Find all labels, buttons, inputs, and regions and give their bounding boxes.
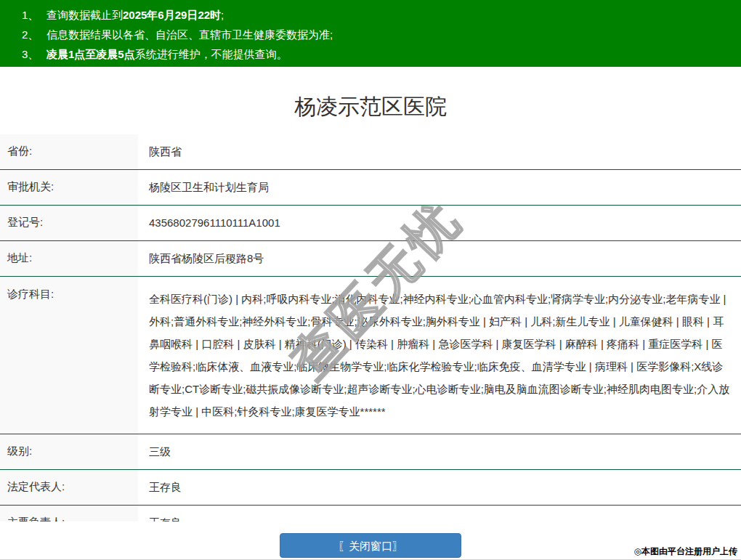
close-window-button[interactable]: 〖关闭窗口〗: [280, 533, 461, 558]
notice-number: 1、: [22, 5, 46, 25]
row-level: 级别: 三级: [0, 434, 741, 470]
row-province: 省份: 陕西省: [0, 134, 741, 170]
row-label: 主要负责人:: [0, 506, 138, 522]
notice-text: 查询数据截止到: [46, 9, 123, 21]
upload-caption: ◎本图由平台注册用户上传: [634, 545, 737, 558]
notice-item-1: 1、查询数据截止到2025年6月29日22时;: [0, 5, 741, 25]
row-value: 王存良: [138, 506, 741, 522]
footer: 〖关闭窗口〗: [0, 522, 741, 558]
row-label: 法定代表人:: [0, 470, 138, 505]
notice-text-bold: 凌晨1点至凌晨5点: [46, 48, 135, 60]
info-table: 省份: 陕西省 审批机关: 杨陵区卫生和计划生育局 登记号: 435680279…: [0, 134, 741, 522]
row-label: 审批机关:: [0, 170, 138, 205]
row-label: 地址:: [0, 241, 138, 276]
row-value: 陕西省: [138, 134, 741, 169]
row-legal-representative: 法定代表人: 王存良: [0, 470, 741, 506]
row-value: 杨陵区卫生和计划生育局: [138, 170, 741, 205]
row-principal: 主要负责人: 王存良: [0, 506, 741, 522]
row-registration-number: 登记号: 43568027961110111A1001: [0, 206, 741, 241]
row-value: 王存良: [138, 470, 741, 505]
row-value: 三级: [138, 434, 741, 469]
notice-text-bold: 2025年6月29日22时: [123, 9, 221, 21]
row-approval-authority: 审批机关: 杨陵区卫生和计划生育局: [0, 170, 741, 206]
notice-item-2: 2、信息数据结果以各省、自治区、直辖市卫生健康委数据为准;: [0, 25, 741, 44]
notice-item-3: 3、凌晨1点至凌晨5点系统进行维护，不能提供查询。: [0, 44, 741, 64]
notice-banner: 1、查询数据截止到2025年6月29日22时; 2、信息数据结果以各省、自治区、…: [0, 0, 741, 67]
row-value: 43568027961110111A1001: [138, 206, 741, 240]
row-value: 全科医疗科(门诊) | 内科;呼吸内科专业;消化内科专业;神经内科专业;心血管内…: [138, 277, 741, 434]
row-value: 陕西省杨陵区后稷路8号: [138, 241, 741, 276]
notice-number: 3、: [22, 44, 46, 64]
row-label: 登记号:: [0, 206, 138, 240]
result-content: 杨凌示范区医院 省份: 陕西省 审批机关: 杨陵区卫生和计划生育局 登记号: 4…: [0, 67, 741, 522]
notice-text: ;: [221, 9, 224, 21]
row-departments: 诊疗科目: 全科医疗科(门诊) | 内科;呼吸内科专业;消化内科专业;神经内科专…: [0, 277, 741, 434]
hospital-query-page: 1、查询数据截止到2025年6月29日22时; 2、信息数据结果以各省、自治区、…: [0, 0, 741, 560]
page-title: 杨凌示范区医院: [0, 92, 741, 122]
notice-number: 2、: [22, 25, 46, 44]
row-label: 省份:: [0, 134, 138, 169]
row-label: 级别:: [0, 434, 138, 469]
row-label: 诊疗科目:: [0, 277, 138, 434]
notice-text: 信息数据结果以各省、自治区、直辖市卫生健康委数据为准;: [46, 28, 333, 41]
notice-text: 系统进行维护，不能提供查询。: [135, 48, 288, 60]
row-address: 地址: 陕西省杨陵区后稷路8号: [0, 241, 741, 277]
